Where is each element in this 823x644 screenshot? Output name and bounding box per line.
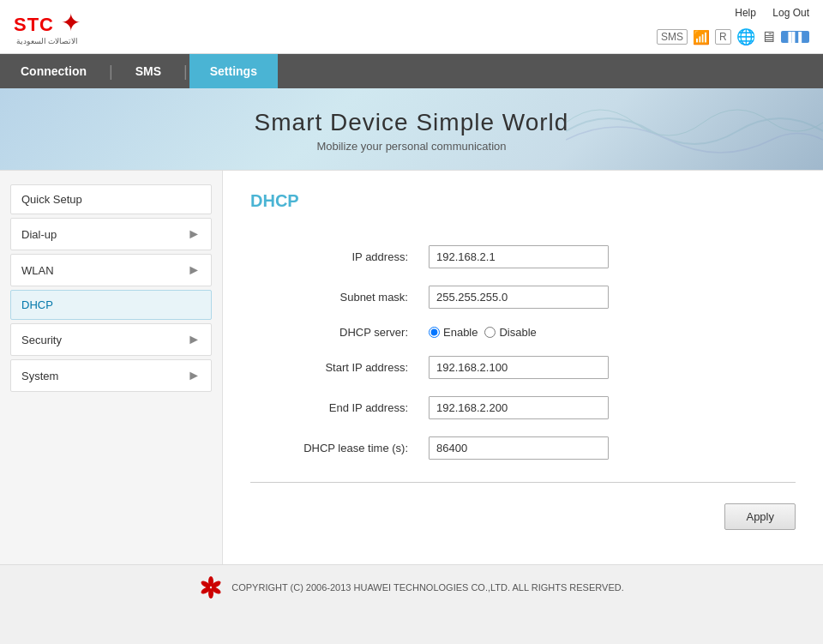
nav-item-settings[interactable]: Settings [189, 54, 278, 88]
monitor-icon: 🖥 [760, 28, 776, 46]
dhcp-server-row: DHCP server: Enable Disable [250, 317, 796, 347]
sidebar-item-dhcp[interactable]: DHCP [10, 290, 212, 320]
subnet-mask-input[interactable] [429, 286, 609, 309]
sidebar-item-label-security: Security [21, 334, 62, 346]
header-links: Help Log Out [735, 7, 809, 19]
dhcp-server-radio-group: Enable Disable [429, 326, 789, 339]
banner: Smart Device Simple World Mobilize your … [0, 88, 823, 170]
start-ip-row: Start IP address: [250, 347, 796, 388]
subnet-mask-label: Subnet mask: [250, 277, 422, 317]
subnet-mask-row: Subnet mask: [250, 277, 796, 317]
sidebar-item-quick-setup[interactable]: Quick Setup [10, 184, 212, 214]
page-title: DHCP [250, 191, 796, 220]
dhcp-disable-radio[interactable] [484, 327, 496, 338]
huawei-logo-icon [199, 575, 223, 599]
dhcp-server-label: DHCP server: [250, 317, 422, 347]
battery-icon: ▐▌▌ [781, 31, 809, 43]
dhcp-form: IP address: Subnet mask: DHCP server: [250, 237, 796, 468]
sidebar-item-system[interactable]: System ► [10, 359, 212, 392]
start-ip-input[interactable] [429, 356, 609, 379]
nav-item-connection[interactable]: Connection [0, 54, 107, 88]
dhcp-enable-radio[interactable] [429, 327, 440, 338]
logout-link[interactable]: Log Out [772, 7, 809, 19]
logo-text: STC [14, 14, 54, 35]
form-divider [250, 482, 796, 483]
sidebar: Quick Setup Dial-up ► WLAN ► DHCP Securi… [0, 171, 223, 564]
signal-icon: 📶 [693, 29, 710, 45]
dhcp-enable-label[interactable]: Enable [429, 326, 478, 339]
footer: COPYRIGHT (C) 2006-2013 HUAWEI TECHNOLOG… [0, 564, 823, 610]
sidebar-item-label-dhcp: DHCP [21, 298, 53, 311]
sidebar-item-security[interactable]: Security ► [10, 323, 212, 356]
end-ip-label: End IP address: [250, 388, 422, 428]
sidebar-item-label-quick-setup: Quick Setup [21, 193, 82, 206]
ip-address-label: IP address: [250, 237, 422, 277]
sidebar-item-label-dial-up: Dial-up [21, 228, 57, 241]
globe-icon: 🌐 [736, 27, 755, 46]
nav-bar: Connection | SMS | Settings [0, 54, 823, 88]
lease-time-input[interactable] [429, 436, 609, 460]
logo: STC ✦ الاتصالات السعودية [14, 9, 81, 45]
nav-separator-1: | [107, 63, 115, 81]
chevron-right-icon-wlan: ► [187, 262, 201, 278]
sms-status-icon: SMS [657, 29, 688, 45]
help-link[interactable]: Help [735, 7, 756, 19]
footer-copyright: COPYRIGHT (C) 2006-2013 HUAWEI TECHNOLOG… [231, 582, 623, 593]
lease-time-row: DHCP lease time (s): [250, 428, 796, 468]
apply-button[interactable]: Apply [724, 503, 796, 530]
sidebar-item-dial-up[interactable]: Dial-up ► [10, 218, 212, 250]
logo-subtitle: الاتصالات السعودية [14, 37, 81, 45]
header: STC ✦ الاتصالات السعودية Help Log Out SM… [0, 0, 823, 54]
ip-address-input[interactable] [429, 245, 609, 268]
status-icons: SMS 📶 R 🌐 🖥 ▐▌▌ [657, 27, 809, 46]
r-icon: R [715, 29, 731, 45]
content-area: DHCP IP address: Subnet mask: DHCP serve… [223, 171, 823, 564]
chevron-right-icon-dialup: ► [187, 226, 201, 242]
nav-item-sms[interactable]: SMS [115, 54, 182, 88]
ip-address-row: IP address: [250, 237, 796, 277]
banner-decoration [566, 88, 823, 170]
end-ip-row: End IP address: [250, 388, 796, 428]
chevron-right-icon-system: ► [187, 368, 201, 383]
lease-time-label: DHCP lease time (s): [250, 428, 422, 468]
sidebar-item-label-wlan: WLAN [21, 264, 54, 277]
logo-bird: ✦ [61, 9, 81, 36]
dhcp-disable-label[interactable]: Disable [484, 326, 536, 339]
start-ip-label: Start IP address: [250, 347, 422, 388]
button-row: Apply [250, 497, 796, 537]
sidebar-item-wlan[interactable]: WLAN ► [10, 254, 212, 286]
chevron-right-icon-security: ► [187, 332, 201, 347]
nav-separator-2: | [182, 63, 189, 81]
header-right: Help Log Out SMS 📶 R 🌐 🖥 ▐▌▌ [657, 7, 809, 46]
footer-logo [199, 575, 223, 599]
logo-area: STC ✦ الاتصالات السعودية [14, 9, 81, 45]
main-content: Quick Setup Dial-up ► WLAN ► DHCP Securi… [0, 170, 823, 564]
sidebar-item-label-system: System [21, 370, 58, 382]
end-ip-input[interactable] [429, 396, 609, 419]
